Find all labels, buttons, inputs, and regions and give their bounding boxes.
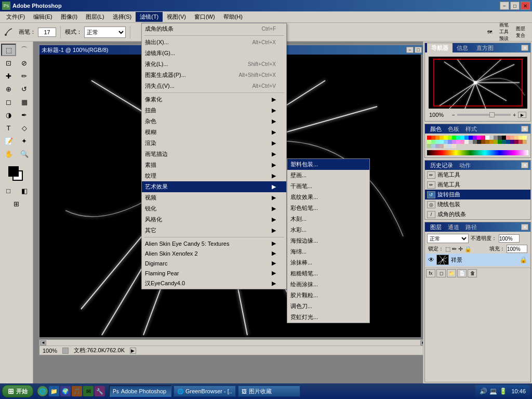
opacity-input[interactable] [499,234,520,243]
color-swatch[interactable] [481,136,485,140]
color-swatch[interactable] [440,136,444,140]
stamp-tool[interactable]: ⊕ [1,83,16,95]
color-swatch[interactable] [440,140,444,144]
color-swatch[interactable] [485,136,489,140]
tools-preset-btn[interactable]: 画笔 工具预设 [499,25,513,39]
color-swatch[interactable] [435,140,440,144]
color-swatch[interactable] [510,136,514,140]
styles-tab[interactable]: 样式 [462,125,480,133]
zoom-in-icon[interactable]: + [513,112,516,118]
menu-edit[interactable]: 编辑(E) [29,12,57,22]
color-swatch[interactable] [448,144,452,148]
submenu-undertone[interactable]: 底纹效果... [287,192,369,203]
color-swatch[interactable] [444,136,448,140]
color-swatch[interactable] [427,144,431,148]
filter-flaming-pear[interactable]: Flaming Pear ▶ [142,268,286,278]
blend-mode-select[interactable]: 正常 [427,234,469,243]
lock-transparent[interactable]: ⬚ [445,246,450,252]
filter-noise[interactable]: 杂色 ▶ [142,116,286,127]
hand-tool[interactable]: ✋ [1,148,16,160]
nav-menu-btn[interactable]: ▶ [518,112,526,118]
lock-image[interactable]: ✏ [452,246,457,252]
submenu-fresco[interactable]: 壁画... [287,170,369,181]
horizontal-scrollbar[interactable]: ◄ ► [39,339,423,345]
color-swatch[interactable] [489,140,494,144]
color-swatch[interactable] [518,140,523,144]
delete-layer-btn[interactable]: 🗑 [468,269,477,277]
color-swatch[interactable] [456,136,460,140]
color-swatch[interactable] [460,136,464,140]
filter-sharpen[interactable]: 锐化 ▶ [142,203,286,214]
color-swatch[interactable] [498,140,502,144]
color-swatch[interactable] [469,136,473,140]
taskbar-mail-icon[interactable]: ✉ [83,386,94,396]
submenu-drybr[interactable]: 干画笔... [287,181,369,192]
menu-help[interactable]: 帮助(H) [219,12,247,22]
submenu-filmgrain[interactable]: 胶片颗粒... [287,290,369,301]
fg-color-box[interactable] [8,166,19,177]
actions-tab[interactable]: 动作 [456,162,474,169]
gradient-tool[interactable]: ▦ [17,96,32,108]
menu-filter[interactable]: 滤镜(T) [136,12,163,22]
color-swatch[interactable] [456,140,460,144]
path-tool[interactable]: ◇ [17,122,32,134]
history-panel-close-btn[interactable]: ✕ [521,162,528,168]
color-swatch[interactable] [506,140,510,144]
notes-tool[interactable]: 📝 [1,135,16,147]
filter-distort[interactable]: 扭曲 ▶ [142,105,286,116]
layer-mask-btn[interactable]: ◻ [436,269,446,277]
history-tab[interactable]: 历史记录 [427,162,456,169]
filter-artistic[interactable]: 艺术效果 ▶ [142,181,286,192]
color-swatch[interactable] [489,136,494,140]
menu-file[interactable]: 文件(F) [2,12,29,22]
zoom-slider[interactable] [457,114,511,116]
color-swatch[interactable] [506,136,510,140]
filter-texture[interactable]: 纹理 ▶ [142,170,286,181]
color-swatch[interactable] [452,136,456,140]
minimize-button[interactable]: − [500,2,509,10]
taskbar-explorer-icon[interactable]: 📁 [49,386,59,396]
channels-tab[interactable]: 通道 [445,223,462,231]
filter-repeat[interactable]: 成角的线条 Ctrl+F [142,23,286,34]
quickmask-mode[interactable]: ◧ [17,184,32,197]
submenu-smudge[interactable]: 涂抹棒... [287,257,369,268]
taskbar-photoshop[interactable]: Ps Adobe Photoshop [109,385,171,397]
color-swatch[interactable] [477,140,481,144]
taskbar-photos[interactable]: 🖼 图片收藏 [238,385,300,397]
color-swatch[interactable] [481,140,485,144]
color-swatch[interactable] [473,140,477,144]
zoom-out-icon[interactable]: − [452,112,455,118]
submenu-palette[interactable]: 调色刀... [287,301,369,312]
brush-size-input[interactable] [38,28,56,37]
filter-brushstroke[interactable]: 画笔描边 ▶ [142,149,286,159]
color-swatch[interactable] [514,136,518,140]
new-layer-btn[interactable]: 📄 [457,269,467,277]
filter-alien-eye-candy[interactable]: Alien Skin Eye Candy 5: Textures ▶ [142,238,286,248]
maximize-button[interactable]: □ [510,2,520,10]
navigator-preview[interactable] [429,57,527,109]
submenu-cutout[interactable]: 木刻... [287,214,369,224]
menu-layer[interactable]: 图层(L) [82,12,108,22]
lasso-tool[interactable]: ⌒ [17,44,32,56]
zoom-slider-thumb[interactable] [489,112,495,117]
doc-status-arrow[interactable]: ▶ [130,348,136,354]
menu-select[interactable]: 选择(S) [109,12,136,22]
color-swatch[interactable] [514,140,518,144]
zoom-tool[interactable]: 🔍 [17,148,32,160]
color-swatch[interactable] [473,136,477,140]
filter-han-eyecandy[interactable]: 汉EyeCandy4.0 ▶ [142,278,286,289]
standard-mode[interactable]: □ [1,184,16,197]
eyedropper-tool[interactable]: ✦ [17,135,32,147]
dodge-tool[interactable]: ◑ [1,109,16,121]
color-swatch[interactable] [498,136,502,140]
doc-minimize-btn[interactable]: − [406,47,414,53]
color-swatch[interactable] [435,136,440,140]
paths-tab[interactable]: 路径 [462,223,480,231]
doc-restore-btn[interactable]: □ [415,47,422,53]
fill-input[interactable] [507,245,527,253]
brush-tool[interactable]: ✏ [17,70,32,82]
color-swatch[interactable] [448,140,452,144]
menu-view[interactable]: 视图(V) [163,12,190,22]
color-tab[interactable]: 颜色 [427,125,445,133]
selection-tool[interactable]: ⬚ [1,44,16,56]
